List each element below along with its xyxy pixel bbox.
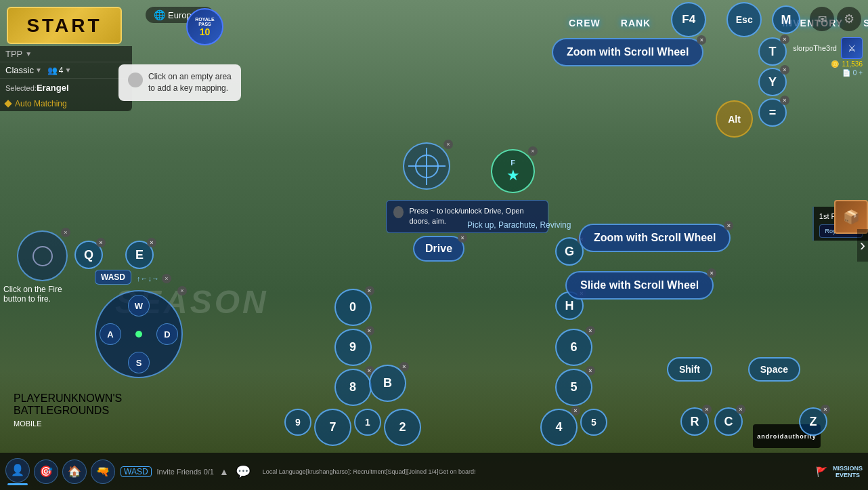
num-5b-key[interactable]: 5 — [580, 409, 607, 436]
flag-button[interactable]: 🚩 — [810, 466, 833, 477]
fire-text: Click on the Fire button to fire. — [3, 285, 62, 304]
room-icon: 🏠 — [62, 460, 87, 484]
space-key[interactable]: Space — [748, 357, 800, 382]
num-0-key[interactable]: 0 × — [334, 289, 372, 326]
num-7-key[interactable]: 7 — [314, 409, 351, 446]
bp-icon: 📄 — [842, 69, 850, 77]
num-9a-close[interactable]: × — [365, 326, 374, 335]
esc-key[interactable]: Esc — [726, 2, 762, 37]
e-key-close[interactable]: × — [147, 238, 156, 247]
expand-right-button[interactable]: › — [857, 229, 868, 262]
friends-expand-button[interactable]: ▲ — [219, 466, 229, 477]
invite-button[interactable]: 👤 — [5, 458, 30, 485]
shop-button[interactable]: SHOP — [863, 18, 868, 28]
aim-close[interactable]: × — [61, 228, 70, 237]
y-key-close[interactable]: × — [780, 65, 789, 75]
gear-icon: ⚙ — [844, 12, 854, 26]
drive-close[interactable]: × — [458, 233, 467, 243]
crosshair-inner — [415, 155, 439, 178]
settings-button[interactable]: ⚙ — [837, 7, 861, 31]
tilde-icon — [393, 206, 404, 218]
aim-button[interactable]: × — [17, 230, 68, 281]
crew-button[interactable]: CREW — [569, 18, 601, 28]
alt-key[interactable]: Alt — [716, 100, 753, 138]
num-6-close[interactable]: × — [586, 326, 595, 335]
slide-button[interactable]: Slide with Scroll Wheel × — [565, 271, 714, 300]
chat-icon[interactable]: 💬 — [229, 464, 257, 479]
equals-key[interactable]: = × — [758, 98, 787, 127]
wasd-container: WASD ↑←↓→ × W A S D × — [95, 270, 183, 378]
b-key[interactable]: B × — [369, 365, 406, 402]
equals-key-close[interactable]: × — [780, 96, 789, 105]
arrow-keys-label: ↑←↓→ — [137, 274, 159, 283]
c-key[interactable]: C × — [714, 407, 743, 436]
num-5a-key[interactable]: 5 × — [555, 369, 592, 406]
auto-matching-row[interactable]: Auto Matching — [0, 96, 132, 111]
friends-count-value: 0/1 — [204, 468, 214, 476]
drive-button[interactable]: Drive × — [413, 236, 464, 262]
missions-button[interactable]: MISSIONS EVENTS — [833, 465, 863, 478]
room-button[interactable]: 🏠 — [62, 460, 87, 484]
t-key[interactable]: T × — [758, 37, 787, 66]
num-1-key[interactable]: 1 — [354, 409, 381, 436]
rank-button[interactable]: RANK — [621, 18, 651, 28]
z-key-close[interactable]: × — [821, 405, 830, 414]
shift-key[interactable]: Shift — [667, 357, 712, 382]
map-row: Selected:Erangel — [0, 79, 132, 96]
invite-friends-label: Invite Friends — [157, 468, 202, 476]
f4-key[interactable]: F4 — [671, 2, 706, 37]
num-5a-close[interactable]: × — [586, 366, 595, 375]
c-key-close[interactable]: × — [736, 405, 745, 414]
zoom-top-button[interactable]: Zoom with Scroll Wheel × — [552, 38, 703, 66]
num-9b-key[interactable]: 9 — [284, 409, 311, 436]
space-label: Space — [760, 364, 788, 375]
h-label: H — [565, 299, 574, 313]
r-key-close[interactable]: × — [702, 405, 712, 414]
q-key-close[interactable]: × — [96, 238, 106, 247]
alt-label: Alt — [728, 114, 741, 125]
a-key[interactable]: A — [100, 323, 121, 345]
y-key[interactable]: Y × — [758, 68, 787, 96]
bp-amount: 0 + — [853, 69, 863, 77]
r-key[interactable]: R × — [680, 407, 709, 436]
mail-button[interactable]: ✉ — [810, 7, 834, 31]
b-close[interactable]: × — [399, 362, 409, 371]
q-key[interactable]: Q × — [74, 241, 103, 269]
e-key[interactable]: E × — [125, 241, 154, 269]
armory-button[interactable]: 🔫 — [91, 460, 115, 484]
training-button[interactable]: 🎯 — [34, 460, 58, 484]
tab-key-button[interactable]: WASD — [121, 466, 152, 477]
rp-text: ROYALE — [195, 17, 215, 22]
num-9a-key[interactable]: 9 × — [334, 329, 372, 366]
num-2-key[interactable]: 2 — [384, 409, 421, 446]
zoom-mid-button[interactable]: Zoom with Scroll Wheel × — [579, 224, 731, 252]
wasd-joystick[interactable]: W A S D — [95, 290, 183, 378]
m-label: M — [781, 13, 791, 27]
num-8-key[interactable]: 8 × — [334, 369, 372, 406]
z-key[interactable]: Z × — [799, 407, 827, 436]
envelope-icon: ✉ — [818, 13, 827, 26]
crosshair-button[interactable]: × — [403, 142, 450, 190]
mode-row[interactable]: Classic ▼ 👥 4 ▼ — [0, 62, 132, 79]
crosshair-close[interactable]: × — [443, 140, 453, 149]
pickup-label: Pick up, Parachute, Reviving — [467, 220, 571, 230]
tpp-row[interactable]: TPP ▼ — [0, 46, 132, 62]
wasd-label[interactable]: WASD — [95, 270, 131, 285]
num-0-close[interactable]: × — [365, 286, 374, 295]
tpp-label: TPP — [5, 49, 22, 59]
player-count: 4 — [59, 66, 64, 75]
bottom-icons-group: 👤 🎯 🏠 🔫 — [0, 458, 121, 485]
d-key[interactable]: D — [156, 323, 178, 345]
start-button[interactable]: START — [7, 7, 122, 44]
f-star-button[interactable]: F ★ × — [491, 149, 535, 193]
num-6-key[interactable]: 6 × — [555, 329, 592, 366]
num-4-key[interactable]: 4 × — [540, 409, 578, 446]
s-key[interactable]: S — [128, 352, 150, 373]
wasd-circle-close[interactable]: × — [177, 286, 187, 295]
num-4-close[interactable]: × — [571, 406, 580, 415]
w-key[interactable]: W — [128, 295, 150, 317]
m-key[interactable]: M — [772, 5, 800, 34]
wasd-close[interactable]: × — [162, 274, 171, 283]
t-key-close[interactable]: × — [780, 35, 789, 44]
f-star-close[interactable]: × — [528, 146, 538, 156]
